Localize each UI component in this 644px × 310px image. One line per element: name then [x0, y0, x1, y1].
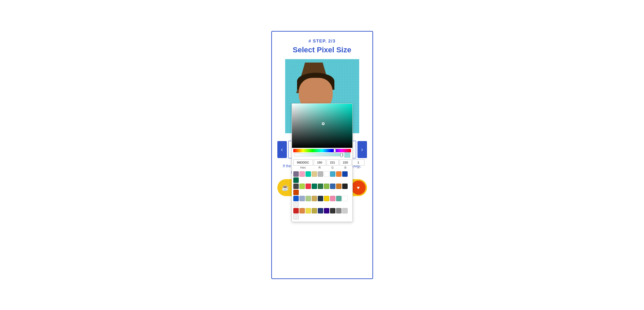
page-title: Select Pixel Size [293, 46, 351, 54]
cup-icon: ☕ [281, 184, 289, 191]
preset-colors [292, 170, 352, 222]
page-container: # STEP. 2/3 Select Pixel Size [0, 0, 644, 310]
b-input[interactable] [339, 159, 352, 166]
g-label: G [331, 166, 334, 169]
heart-symbol: ♥ [357, 185, 360, 190]
color-swatch-0-5[interactable] [324, 171, 329, 177]
color-swatch-2-0[interactable] [293, 196, 299, 201]
color-swatch-3-1[interactable] [299, 208, 305, 213]
color-swatch-0-3[interactable] [312, 171, 317, 177]
a-input[interactable] [352, 159, 365, 166]
color-swatch-2-4[interactable] [318, 196, 323, 201]
preset-row-3 [293, 208, 351, 220]
heart-icon: ♥ [351, 180, 366, 195]
color-swatch-1-9[interactable] [293, 190, 299, 195]
color-swatch-3-3[interactable] [312, 208, 317, 213]
color-swatch-2-3[interactable] [312, 196, 317, 201]
alpha-bar[interactable] [294, 153, 344, 156]
color-swatch-3-4[interactable] [318, 208, 323, 213]
color-values-row: Hex R G B A [292, 158, 352, 170]
pixel-canvas: Hex R G B A [285, 59, 359, 133]
color-swatch-0-8[interactable] [342, 171, 348, 177]
hue-thumb [334, 149, 336, 153]
r-input[interactable] [314, 159, 326, 166]
left-arrow[interactable]: ‹ [277, 141, 287, 158]
color-swatch-1-1[interactable] [299, 184, 305, 189]
color-swatch-0-4[interactable] [318, 171, 323, 177]
color-swatch-2-8[interactable] [342, 196, 348, 201]
hex-label: Hex [300, 166, 306, 169]
main-card: # STEP. 2/3 Select Pixel Size [271, 31, 373, 279]
right-arrow[interactable]: › [357, 141, 367, 158]
color-swatch-1-5[interactable] [324, 184, 329, 189]
hex-input[interactable] [293, 159, 313, 166]
color-swatch-1-8[interactable] [342, 184, 348, 189]
r-input-box: R [314, 159, 326, 169]
color-swatch-2-6[interactable] [330, 196, 335, 201]
hex-input-box: Hex [293, 159, 313, 169]
hue-alpha-section [292, 148, 352, 158]
color-swatch-0-9[interactable] [293, 177, 299, 183]
gradient-cursor [322, 122, 325, 125]
color-swatch-0-6[interactable] [330, 171, 335, 177]
color-picker-popup: Hex R G B A [292, 103, 353, 222]
color-preview-box [344, 152, 350, 158]
preset-row-1 [293, 184, 351, 195]
color-gradient-box[interactable] [292, 104, 352, 148]
color-swatch-1-0[interactable] [293, 184, 299, 189]
r-label: R [318, 166, 321, 169]
color-swatch-3-5[interactable] [324, 208, 329, 213]
color-swatch-2-1[interactable] [299, 196, 305, 201]
preset-row-2 [293, 196, 351, 207]
color-swatch-0-1[interactable] [299, 171, 305, 177]
b-label: B [344, 166, 346, 169]
color-swatch-1-4[interactable] [318, 184, 323, 189]
color-swatch-2-9[interactable] [293, 202, 299, 207]
g-input[interactable] [327, 159, 339, 166]
color-swatch-2-7[interactable] [336, 196, 342, 201]
g-input-box: G [327, 159, 339, 169]
color-swatch-1-3[interactable] [312, 184, 317, 189]
color-swatch-1-2[interactable] [306, 184, 311, 189]
a-input-box: A [352, 159, 365, 169]
color-swatch-0-0[interactable] [293, 171, 299, 177]
color-swatch-3-0[interactable] [293, 208, 299, 213]
color-swatch-3-2[interactable] [306, 208, 311, 213]
color-swatch-3-8[interactable] [342, 208, 348, 213]
color-swatch-0-2[interactable] [306, 171, 311, 177]
color-swatch-2-2[interactable] [306, 196, 311, 201]
color-swatch-3-9[interactable] [293, 214, 299, 220]
hue-bar[interactable] [293, 149, 351, 152]
a-label: A [357, 166, 359, 169]
color-swatch-3-6[interactable] [330, 208, 335, 213]
color-swatch-2-5[interactable] [324, 196, 329, 201]
color-swatch-0-7[interactable] [336, 171, 342, 177]
alpha-thumb [341, 153, 343, 157]
preset-row-0 [293, 171, 351, 183]
alpha-bar-row [293, 152, 351, 157]
color-swatch-1-6[interactable] [330, 184, 335, 189]
color-swatch-1-7[interactable] [336, 184, 342, 189]
step-label: # STEP. 2/3 [309, 38, 335, 44]
color-swatch-3-7[interactable] [336, 208, 342, 213]
b-input-box: B [339, 159, 352, 169]
